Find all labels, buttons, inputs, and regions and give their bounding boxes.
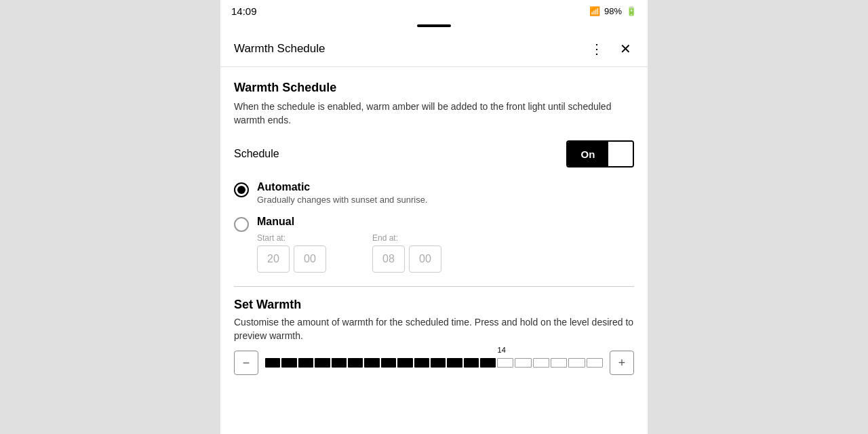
slider-segment-15 <box>497 358 513 368</box>
slider-segment-6 <box>348 358 363 368</box>
slider-track[interactable] <box>265 358 603 368</box>
end-label: End at: <box>372 233 441 243</box>
warmth-slider-row: − 14 + <box>234 351 634 375</box>
radio-manual[interactable]: Manual Start at: 20 00 End at: <box>234 216 634 273</box>
end-min-field[interactable]: 00 <box>409 245 441 273</box>
status-icons: 📶 98% 🔋 <box>589 6 637 16</box>
more-button[interactable]: ⋮ <box>587 38 606 60</box>
schedule-row: Schedule On <box>234 140 634 167</box>
slider-segment-1 <box>265 358 280 368</box>
slider-segment-13 <box>464 358 479 368</box>
slider-segment-5 <box>332 358 347 368</box>
battery-icon: 🔋 <box>626 6 637 16</box>
slider-segment-4 <box>315 358 330 368</box>
start-time-group: Start at: 20 00 <box>257 233 326 273</box>
section-divider <box>234 286 634 287</box>
radio-automatic-btn[interactable] <box>234 182 249 197</box>
header-actions: ⋮ ✕ <box>587 38 634 60</box>
slider-segment-8 <box>381 358 396 368</box>
end-hour-field[interactable]: 08 <box>372 245 405 273</box>
set-warmth-section: Set Warmth Customise the amount of warmt… <box>234 298 634 375</box>
slider-segment-19 <box>568 358 585 368</box>
radio-manual-label: Manual <box>257 216 634 228</box>
slider-segment-10 <box>414 358 429 368</box>
status-bar: 14:09 📶 98% 🔋 <box>220 0 648 22</box>
slider-segment-3 <box>298 358 313 368</box>
header-title: Warmth Schedule <box>234 42 325 56</box>
slider-segment-17 <box>533 358 549 368</box>
increase-button[interactable]: + <box>610 351 634 375</box>
schedule-toggle[interactable]: On <box>566 140 634 167</box>
battery-percent: 98% <box>604 6 622 16</box>
radio-group: Automatic Gradually changes with sunset … <box>234 181 634 273</box>
header: Warmth Schedule ⋮ ✕ <box>220 31 648 67</box>
radio-manual-content: Manual Start at: 20 00 End at: <box>257 216 634 273</box>
radio-manual-btn[interactable] <box>234 217 249 232</box>
slider-segment-9 <box>397 358 412 368</box>
radio-automatic-content: Automatic Gradually changes with sunset … <box>257 181 634 205</box>
content-area: Warmth Schedule When the schedule is ena… <box>220 67 648 434</box>
start-label: Start at: <box>257 233 326 243</box>
slider-segment-16 <box>515 358 531 368</box>
start-min-field[interactable]: 00 <box>294 245 326 273</box>
end-time-fields: 08 00 <box>372 245 441 273</box>
decrease-button[interactable]: − <box>234 351 258 375</box>
toggle-off-area <box>608 142 633 166</box>
drag-handle <box>417 24 451 27</box>
slider-track-container: 14 <box>265 358 603 368</box>
right-panel <box>648 0 868 434</box>
warmth-schedule-title: Warmth Schedule <box>234 81 634 95</box>
start-hour-field[interactable]: 20 <box>257 245 290 273</box>
radio-automatic[interactable]: Automatic Gradually changes with sunset … <box>234 181 634 205</box>
close-button[interactable]: ✕ <box>617 38 634 60</box>
slider-segment-11 <box>431 358 446 368</box>
toggle-on-label: On <box>568 142 608 166</box>
radio-automatic-subtitle: Gradually changes with sunset and sunris… <box>257 195 634 205</box>
warmth-schedule-desc: When the schedule is enabled, warm amber… <box>234 100 634 127</box>
slider-segment-20 <box>587 358 603 368</box>
slider-value-label: 14 <box>498 346 506 354</box>
end-time-group: End at: 08 00 <box>372 233 441 273</box>
phone-screen: 14:09 📶 98% 🔋 Warmth Schedule ⋮ ✕ Warmth… <box>220 0 648 434</box>
schedule-label: Schedule <box>234 148 279 160</box>
slider-segment-2 <box>281 358 296 368</box>
wifi-icon: 📶 <box>589 6 600 16</box>
slider-segment-18 <box>551 358 567 368</box>
slider-segment-12 <box>447 358 462 368</box>
warmth-schedule-section: Warmth Schedule When the schedule is ena… <box>234 81 634 127</box>
left-panel <box>0 0 220 434</box>
status-time: 14:09 <box>231 5 257 17</box>
time-inputs: Start at: 20 00 End at: 08 00 <box>257 233 634 273</box>
top-handle-bar <box>220 22 648 31</box>
set-warmth-desc: Customise the amount of warmth for the s… <box>234 316 634 342</box>
radio-automatic-label: Automatic <box>257 181 634 193</box>
slider-segment-7 <box>364 358 379 368</box>
set-warmth-title: Set Warmth <box>234 298 634 312</box>
slider-segment-14 <box>480 358 495 368</box>
start-time-fields: 20 00 <box>257 245 326 273</box>
